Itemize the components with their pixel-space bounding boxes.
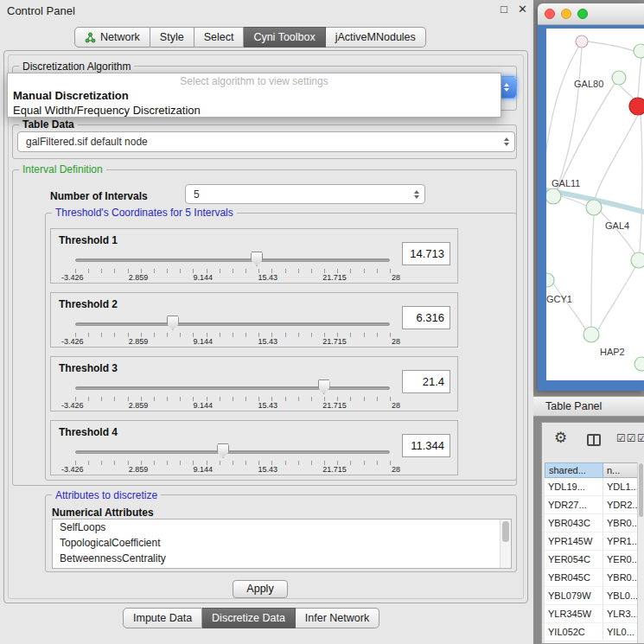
cell-shared-name: YPR145W — [545, 532, 603, 550]
network-node-selected[interactable] — [629, 98, 644, 115]
cell-shared-name: YBR043C — [545, 514, 603, 532]
float-window-icon[interactable]: □ — [501, 3, 507, 16]
table-row[interactable]: YBR043C YBR0... — [545, 514, 638, 532]
scale-label: 2.859 — [129, 401, 149, 410]
scale-label: 15.43 — [258, 465, 277, 474]
tab-discretize-data[interactable]: Discretize Data — [202, 608, 296, 628]
network-node-labels: GAL80 GAL11 GAL4 GCY1 HAP2 — [546, 79, 629, 357]
tab-jactivemnodules-label: jActiveMNodules — [335, 31, 416, 43]
tab-impute-data-label: Impute Data — [133, 612, 192, 624]
network-node[interactable] — [631, 252, 644, 268]
cell-shared-name: YDL19... — [545, 478, 603, 495]
node-label: HAP2 — [600, 347, 625, 357]
table-row[interactable]: YBR045C YBR0... — [545, 569, 638, 587]
thresholds-group-title: Threshold's Coordinates for 5 Intervals — [52, 207, 237, 219]
tab-jactivemnodules[interactable]: jActiveMNodules — [326, 27, 426, 48]
network-node[interactable] — [546, 273, 554, 287]
column-header-name[interactable]: n... — [603, 462, 638, 478]
tab-select[interactable]: Select — [194, 27, 245, 48]
cell-shared-name: YER054C — [545, 551, 603, 568]
dropdown-option-equal-width[interactable]: Equal Width/Frequency Discretization — [8, 103, 501, 118]
scale-label: -3.426 — [61, 401, 84, 410]
scale-label: 21.715 — [322, 465, 347, 474]
close-icon[interactable]: ✕ — [518, 3, 527, 16]
network-node[interactable] — [634, 44, 644, 58]
table-row[interactable]: YBL079W YBL0... — [545, 587, 638, 605]
slider-track[interactable] — [75, 322, 390, 326]
slider-track[interactable] — [75, 450, 390, 454]
threshold-1-slider[interactable] — [75, 252, 390, 269]
table-data-combobox[interactable]: galFiltered.sif default node — [17, 131, 515, 152]
scale-label: 28 — [392, 465, 400, 474]
tab-impute-data[interactable]: Impute Data — [123, 608, 202, 628]
scale-label: 9.144 — [194, 401, 214, 410]
tab-cyni-toolbox[interactable]: Cyni Toolbox — [244, 27, 325, 48]
numerical-attributes-label: Numerical Attributes — [52, 507, 154, 519]
threshold-1-value-field[interactable]: 14.713 — [402, 242, 450, 265]
network-node[interactable] — [546, 188, 561, 204]
cell-name: YBR0... — [603, 569, 638, 586]
select-all-columns-icon[interactable]: ☑☑ — [616, 433, 637, 443]
attributes-scrollbar[interactable] — [500, 520, 511, 568]
threshold-4-slider[interactable] — [75, 443, 390, 461]
slider-thumb[interactable] — [217, 443, 229, 458]
network-node[interactable] — [576, 35, 588, 48]
network-canvas[interactable]: GAL80 GAL11 GAL4 GCY1 HAP2 — [546, 29, 644, 380]
combobox-arrows-icon — [504, 137, 509, 146]
network-icon — [85, 32, 96, 43]
slider-track[interactable] — [75, 258, 390, 262]
threshold-2-slider[interactable] — [75, 316, 390, 333]
table-row[interactable]: YER054C YER0... — [545, 551, 638, 569]
scale-label: 15.43 — [258, 273, 277, 282]
list-item[interactable]: SelfLoops — [53, 520, 511, 535]
threshold-2-box: Threshold 2 -3.426 2.859 9.144 15.43 21.… — [50, 292, 458, 348]
scale-label: 21.715 — [322, 337, 347, 346]
control-panel-tabs: Network Style Select Cyni Toolbox jActiv… — [74, 27, 426, 48]
table-scrollbar[interactable] — [637, 462, 644, 643]
network-node[interactable] — [583, 327, 599, 342]
cell-shared-name: YDR27... — [545, 496, 603, 513]
dropdown-option-manual[interactable]: Manual Discretization — [8, 88, 501, 103]
list-item[interactable]: TopologicalCoefficient — [53, 535, 511, 551]
scale-label: -3.426 — [61, 465, 84, 474]
num-intervals-label: Number of Intervals — [50, 190, 148, 202]
table-row[interactable]: YDL19... YDL1... — [545, 478, 638, 496]
table-row[interactable]: YLR345W YLR3... — [545, 605, 638, 623]
control-panel: Control Panel □ ✕ Network Style Select — [0, 0, 533, 644]
scale-label: -3.426 — [61, 337, 84, 346]
gear-icon[interactable]: ⚙ — [554, 430, 567, 445]
threshold-4-value-field[interactable]: 11.344 — [402, 434, 450, 457]
threshold-3-value-field[interactable]: 21.4 — [402, 370, 450, 393]
network-node[interactable] — [586, 200, 602, 215]
tab-select-label: Select — [204, 31, 234, 43]
columns-icon[interactable] — [587, 434, 601, 446]
slider-track[interactable] — [75, 386, 390, 390]
network-node[interactable] — [612, 71, 626, 85]
minimize-traffic-light-icon[interactable] — [561, 9, 571, 19]
cyni-bottom-tabs: Impute Data Discretize Data Infer Networ… — [123, 608, 379, 628]
slider-thumb[interactable] — [167, 316, 179, 330]
threshold-2-value-field[interactable]: 6.316 — [402, 306, 450, 329]
list-item[interactable]: BetweennessCentrality — [53, 551, 511, 566]
table-row[interactable]: YIL052C YIL0... — [545, 623, 638, 641]
zoom-traffic-light-icon[interactable] — [577, 9, 588, 19]
network-node[interactable] — [634, 357, 644, 371]
table-row[interactable]: YPR145W YPR1... — [545, 532, 638, 551]
tab-cyni-toolbox-label: Cyni Toolbox — [253, 31, 315, 43]
tab-style[interactable]: Style — [150, 27, 194, 48]
slider-thumb[interactable] — [251, 252, 263, 266]
scale-label: 2.859 — [129, 337, 149, 346]
close-traffic-light-icon[interactable] — [545, 9, 555, 19]
table-row[interactable]: YDR27... YDR2... — [545, 496, 638, 514]
cell-shared-name: YBL079W — [545, 587, 603, 604]
node-label: GCY1 — [546, 294, 572, 304]
tab-infer-network[interactable]: Infer Network — [296, 608, 379, 628]
column-header-shared-name[interactable]: shared... — [545, 462, 603, 478]
apply-button[interactable]: Apply — [233, 580, 288, 598]
select-columns-icon[interactable]: ☑☑ — [637, 433, 644, 443]
num-intervals-combobox[interactable]: 5 — [185, 184, 425, 204]
cell-name: YBR0... — [603, 514, 638, 532]
tab-network[interactable]: Network — [74, 27, 150, 48]
slider-thumb[interactable] — [318, 379, 330, 394]
threshold-3-slider[interactable] — [75, 379, 390, 397]
